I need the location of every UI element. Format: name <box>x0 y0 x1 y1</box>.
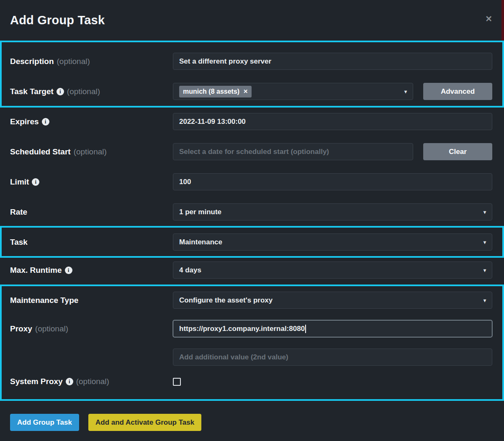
proxy-value: https://proxy1.company.internal:8080 <box>179 325 305 333</box>
info-icon: i <box>32 178 39 186</box>
add-and-activate-group-task-button[interactable]: Add and Activate Group Task <box>88 414 201 431</box>
chevron-down-icon: ▾ <box>483 239 486 245</box>
system-proxy-label: System Proxy <box>10 377 63 386</box>
remove-tag-icon[interactable]: ✕ <box>243 89 248 94</box>
task-selected-value: Maintenance <box>179 238 222 246</box>
limit-label: Limit <box>10 177 29 187</box>
maintenance-type-selected-value: Configure the asset's proxy <box>179 296 273 305</box>
info-icon: i <box>42 118 49 126</box>
info-icon: i <box>57 88 64 95</box>
info-icon: i <box>66 378 73 385</box>
close-icon[interactable]: ✕ <box>485 15 492 23</box>
text-cursor <box>305 325 306 333</box>
max-runtime-row: Max. Runtime i 4 days ▾ <box>0 262 504 279</box>
task-row: Task Maintenance ▾ <box>10 233 492 251</box>
info-icon: i <box>65 267 72 274</box>
highlight-box-maintenance: Maintenance Type Configure the asset's p… <box>0 285 504 401</box>
limit-input[interactable] <box>173 173 492 190</box>
proxy-optional-hint: (optional) <box>35 324 68 333</box>
limit-row: Limit i <box>0 173 504 190</box>
task-target-row: Task Target i (optional) munich (8 asset… <box>10 83 492 100</box>
advanced-button[interactable]: Advanced <box>423 83 492 100</box>
maintenance-type-label: Maintenance Type <box>10 296 78 305</box>
highlight-box-task: Task Maintenance ▾ <box>0 226 504 258</box>
page-title: Add Group Task <box>10 13 105 27</box>
clear-button[interactable]: Clear <box>423 143 492 160</box>
chevron-down-icon: ▾ <box>483 209 486 215</box>
scheduled-start-row: Scheduled Start (optional) Clear <box>0 143 504 160</box>
maintenance-type-row: Maintenance Type Configure the asset's p… <box>10 292 492 309</box>
maintenance-type-label-group: Maintenance Type <box>10 296 173 305</box>
proxy-input[interactable]: https://proxy1.company.internal:8080 <box>173 320 492 337</box>
description-row: Description (optional) <box>10 53 492 70</box>
description-optional-hint: (optional) <box>57 57 90 66</box>
max-runtime-selected-value: 4 days <box>179 266 201 274</box>
proxy-additional-input[interactable] <box>173 349 492 366</box>
task-target-label: Task Target <box>10 87 54 96</box>
tag-label: munich (8 assets) <box>183 88 239 95</box>
system-proxy-optional-hint: (optional) <box>76 377 109 386</box>
task-label: Task <box>10 238 28 247</box>
system-proxy-checkbox[interactable] <box>173 378 181 386</box>
scheduled-start-input[interactable] <box>173 143 413 160</box>
limit-label-group: Limit i <box>10 177 173 187</box>
add-group-task-modal: Add Group Task ✕ Description (optional) … <box>0 0 504 431</box>
scheduled-start-label-group: Scheduled Start (optional) <box>10 147 173 156</box>
scheduled-start-label: Scheduled Start <box>10 147 71 156</box>
expires-input[interactable] <box>173 113 492 130</box>
proxy-row: Proxy (optional) https://proxy1.company.… <box>10 320 492 337</box>
system-proxy-label-group: System Proxy i (optional) <box>10 377 173 386</box>
expires-label: Expires <box>10 117 39 126</box>
chevron-down-icon: ▾ <box>483 267 486 273</box>
description-label-group: Description (optional) <box>10 57 173 66</box>
scheduled-start-optional-hint: (optional) <box>74 147 107 156</box>
selected-tag-chip: munich (8 assets) ✕ <box>179 86 252 97</box>
proxy-label: Proxy <box>10 324 32 333</box>
task-target-optional-hint: (optional) <box>67 87 100 96</box>
rate-select[interactable]: 1 per minute ▾ <box>173 203 492 220</box>
system-proxy-row: System Proxy i (optional) <box>10 377 492 386</box>
maintenance-type-select[interactable]: Configure the asset's proxy ▾ <box>173 292 492 309</box>
description-input[interactable] <box>173 53 492 70</box>
expires-row: Expires i <box>0 113 504 130</box>
add-group-task-button[interactable]: Add Group Task <box>10 414 79 431</box>
chevron-down-icon: ▾ <box>404 89 407 95</box>
max-runtime-select[interactable]: 4 days ▾ <box>173 262 492 279</box>
expires-label-group: Expires i <box>10 117 173 126</box>
rate-row: Rate 1 per minute ▾ <box>0 203 504 220</box>
modal-header: Add Group Task ✕ <box>0 0 504 41</box>
rate-selected-value: 1 per minute <box>179 208 221 216</box>
task-label-group: Task <box>10 238 173 247</box>
proxy-additional-row <box>10 349 492 366</box>
task-target-select[interactable]: munich (8 assets) ✕ ▾ <box>173 83 413 100</box>
rate-label-group: Rate <box>10 208 173 217</box>
background-red-strip <box>501 0 504 41</box>
max-runtime-label-group: Max. Runtime i <box>10 266 173 275</box>
description-label: Description <box>10 57 54 66</box>
task-select[interactable]: Maintenance ▾ <box>173 233 492 251</box>
task-target-label-group: Task Target i (optional) <box>10 87 173 96</box>
chevron-down-icon: ▾ <box>483 297 486 303</box>
modal-footer: Add Group Task Add and Activate Group Ta… <box>0 401 504 431</box>
highlight-box-description-target: Description (optional) Task Target i (op… <box>0 41 504 108</box>
proxy-label-group: Proxy (optional) <box>10 324 173 333</box>
rate-label: Rate <box>10 208 27 217</box>
max-runtime-label: Max. Runtime <box>10 266 62 275</box>
